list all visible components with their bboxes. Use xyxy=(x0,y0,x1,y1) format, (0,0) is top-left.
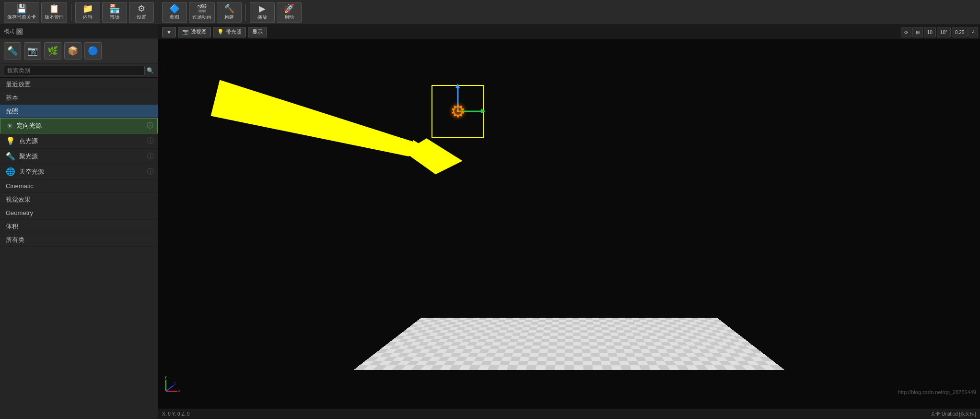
dropdown-arrow-icon: ▼ xyxy=(166,29,172,35)
spot-light-info[interactable]: ⓘ xyxy=(147,152,154,161)
lighting-btn[interactable]: 💡 带光照 xyxy=(213,27,246,37)
selected-directional-light: ⚙ xyxy=(432,85,484,138)
svg-text:Z: Z xyxy=(174,382,176,385)
bottom-bar: X: 0 Y: 0 Z: 0 关卡 Untitled [永久性] xyxy=(158,408,980,419)
separator-3 xyxy=(245,4,246,21)
point-light-label: 点光源 xyxy=(19,137,143,145)
sky-light-icon: 🌐 xyxy=(6,167,15,176)
top-toolbar: 💾 保存当前关卡 📋 版本管理 📁 内容 🏪 市场 ⚙ 设置 🔷 蓝图 🎬 过场… xyxy=(0,0,980,25)
save-label: 保存当前关卡 xyxy=(7,14,36,21)
spot-light-label: 聚光源 xyxy=(19,152,143,161)
show-btn[interactable]: 显示 xyxy=(248,27,267,37)
object-inner: ⚙ xyxy=(432,86,483,137)
viewport-toolbar: ▼ 📷 透视图 💡 带光照 显示 ⟳ ⊞ 10 10° 0.25 4 xyxy=(158,25,980,39)
lighting-icon: 💡 xyxy=(217,29,224,35)
category-all[interactable]: 所有类 xyxy=(0,233,158,247)
coords-display: X: 0 Y: 0 Z: 0 xyxy=(162,411,190,417)
cinematics-label: 过场动画 xyxy=(192,14,211,21)
perspective-icon: 📷 xyxy=(182,29,189,35)
directional-light-label: 定向光源 xyxy=(17,121,143,130)
actor-icon-light[interactable]: 🔦 xyxy=(4,42,21,60)
separator-2 xyxy=(158,4,158,21)
grid-btn[interactable]: ⊞ xyxy=(912,27,923,37)
svg-text:Y: Y xyxy=(165,376,167,379)
camera-speed-btn[interactable]: 4 xyxy=(968,27,978,37)
cinematics-btn[interactable]: 🎬 过场动画 xyxy=(189,2,215,23)
save-icon: 💾 xyxy=(16,4,27,13)
build-btn[interactable]: 🔨 构建 xyxy=(217,2,242,23)
version-icon: 📋 xyxy=(49,4,59,13)
grid-size-btn[interactable]: 10 xyxy=(924,27,936,37)
directional-light-info[interactable]: ⓘ xyxy=(147,121,153,130)
directional-light-icon: ☀ xyxy=(6,121,13,131)
viewport-area: ▼ 📷 透视图 💡 带光照 显示 ⟳ ⊞ 10 10° 0.25 4 xyxy=(158,25,980,419)
svg-marker-3 xyxy=(404,138,463,174)
build-label: 构建 xyxy=(224,14,234,21)
launch-label: 启动 xyxy=(284,14,294,21)
version-label: 版本管理 xyxy=(45,14,64,21)
realtime-btn[interactable]: ⟳ xyxy=(901,27,911,37)
category-volume[interactable]: 体积 xyxy=(0,220,158,233)
search-icon: 🔍 xyxy=(147,67,154,74)
actor-icons-row: 🔦 📷 🌿 📦 🔵 xyxy=(0,38,158,63)
build-icon: 🔨 xyxy=(224,4,234,13)
category-visual[interactable]: 视觉效果 xyxy=(0,193,158,206)
market-label: 市场 xyxy=(110,14,119,21)
version-btn[interactable]: 📋 版本管理 xyxy=(41,2,67,23)
save-btn[interactable]: 💾 保存当前关卡 xyxy=(4,2,39,23)
floor-plane xyxy=(353,318,785,370)
mode-bar: 模式 ✕ xyxy=(0,25,158,38)
actor-icon-shape[interactable]: 🔵 xyxy=(84,42,102,60)
blueprint-icon: 🔷 xyxy=(169,4,180,13)
category-geometry[interactable]: Geometry xyxy=(0,206,158,220)
point-light-info[interactable]: ⓘ xyxy=(147,137,154,145)
blueprint-btn[interactable]: 🔷 蓝图 xyxy=(162,2,187,23)
actor-icon-foliage[interactable]: 🌿 xyxy=(44,42,61,60)
actor-point-light[interactable]: 💡 点光源 ⓘ xyxy=(0,133,158,149)
search-input[interactable] xyxy=(4,66,145,75)
settings-btn[interactable]: ⚙ 设置 xyxy=(129,2,154,23)
launch-btn[interactable]: 🚀 启动 xyxy=(277,2,302,23)
sky-light-label: 天空光源 xyxy=(19,168,143,176)
blueprint-label: 蓝图 xyxy=(170,14,179,21)
scale-btn[interactable]: 0.25 xyxy=(952,27,968,37)
actor-icon-mesh[interactable]: 📦 xyxy=(64,42,82,60)
launch-icon: 🚀 xyxy=(284,4,294,13)
separator-1 xyxy=(71,4,71,21)
market-btn[interactable]: 🏪 市场 xyxy=(102,2,127,23)
category-basic[interactable]: 基本 xyxy=(0,91,158,105)
perspective-btn[interactable]: 📷 透视图 xyxy=(178,27,211,37)
spot-light-icon: 🔦 xyxy=(6,152,15,161)
category-list: 最近放置 基本 光照 ☀ 定向光源 ⓘ 💡 点光源 ⓘ 🔦 聚光源 ⓘ 🌐 天空 xyxy=(0,78,158,419)
close-mode-btn[interactable]: ✕ xyxy=(16,28,23,35)
settings-label: 设置 xyxy=(137,14,146,21)
angle-btn[interactable]: 10° xyxy=(937,27,951,37)
lighting-label: 带光照 xyxy=(226,28,242,36)
light-gizmo-icon: ⚙ xyxy=(450,101,466,121)
viewport-right-toolbar: ⟳ ⊞ 10 10° 0.25 4 xyxy=(901,27,978,37)
perspective-label: 透视图 xyxy=(191,28,207,36)
left-panel: 模式 ✕ 🔦 📷 🌿 📦 🔵 🔍 最近放置 基本 光照 ☀ 定向光源 ⓘ xyxy=(0,25,158,419)
main-area: 模式 ✕ 🔦 📷 🌿 📦 🔵 🔍 最近放置 基本 光照 ☀ 定向光源 ⓘ xyxy=(0,25,980,419)
settings-icon: ⚙ xyxy=(138,4,145,13)
show-label: 显示 xyxy=(252,28,263,36)
sky-light-info[interactable]: ⓘ xyxy=(147,168,154,176)
content-btn[interactable]: 📁 内容 xyxy=(75,2,100,23)
category-lighting[interactable]: 光照 xyxy=(0,105,158,118)
play-btn[interactable]: ▶ 播放 xyxy=(250,2,275,23)
actor-sky-light[interactable]: 🌐 天空光源 ⓘ xyxy=(0,164,158,180)
svg-line-6 xyxy=(166,385,174,391)
category-recent[interactable]: 最近放置 xyxy=(0,78,158,91)
axis-indicator: X Y Z xyxy=(162,376,181,395)
search-bar: 🔍 xyxy=(0,63,158,78)
content-icon: 📁 xyxy=(82,4,93,13)
category-cinematic[interactable]: Cinematic xyxy=(0,180,158,193)
status-display: 关卡 Untitled [永久性] xyxy=(931,411,976,418)
play-icon: ▶ xyxy=(259,4,266,13)
cinematics-icon: 🎬 xyxy=(197,4,207,13)
viewport-dropdown-btn[interactable]: ▼ xyxy=(162,27,176,37)
actor-icon-camera[interactable]: 📷 xyxy=(24,42,41,60)
viewport-canvas[interactable]: ⚙ X Y Z http://blog.csdn.net/qq_28786449 xyxy=(158,39,980,408)
actor-directional-light[interactable]: ☀ 定向光源 ⓘ xyxy=(0,118,158,133)
actor-spot-light[interactable]: 🔦 聚光源 ⓘ xyxy=(0,149,158,164)
